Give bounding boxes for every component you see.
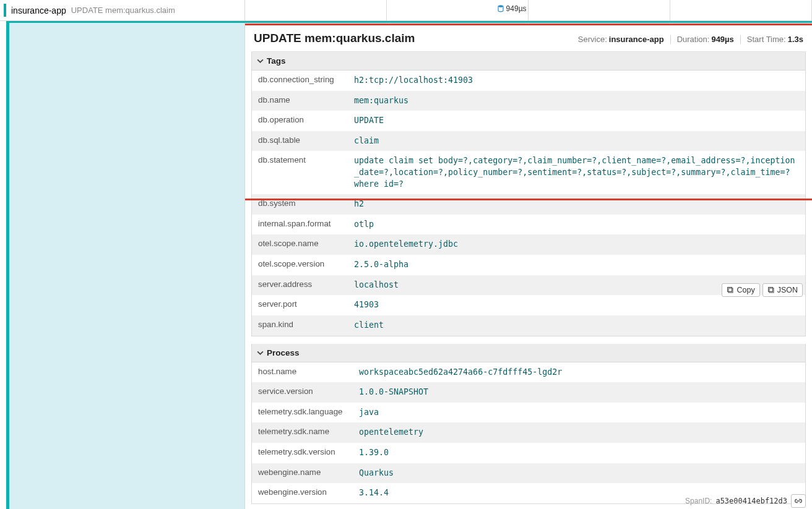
kv-value: workspaceabc5ed62a4274a66-c7fdfff45-lgd2… xyxy=(359,367,799,379)
tags-section-label: Tags xyxy=(267,56,286,66)
service-name: insurance-app xyxy=(11,6,66,15)
span-id-label: SpanID: xyxy=(685,497,712,505)
kv-key: telemetry.sdk.language xyxy=(258,407,359,419)
kv-key: webengine.version xyxy=(258,487,359,499)
copy-icon xyxy=(767,286,775,294)
kv-row[interactable]: telemetry.sdk.languagejava xyxy=(252,403,805,423)
start-time-value: 1.3s xyxy=(788,35,803,44)
kv-row[interactable]: otel.scope.nameio.opentelemetry.jdbc xyxy=(252,234,805,255)
kv-row[interactable]: telemetry.sdk.nameopentelemetry xyxy=(252,422,805,443)
kv-value: io.opentelemetry.jdbc xyxy=(354,239,799,250)
kv-value: 1.0.0-SNAPSHOT xyxy=(359,387,799,398)
copy-button[interactable]: Copy xyxy=(722,283,759,297)
svg-point-0 xyxy=(498,5,503,7)
process-table: host.nameworkspaceabc5ed62a4274a66-c7fdf… xyxy=(251,362,806,504)
kv-value: UPDATE xyxy=(354,115,799,127)
process-section-label: Process xyxy=(267,348,300,357)
kv-key: service.version xyxy=(258,387,359,398)
kv-row[interactable]: internal.span.formatotlp xyxy=(252,215,805,235)
timeline-header: insurance-app UPDATE mem:quarkus.claim 9… xyxy=(0,0,812,21)
duration-value: 949µs xyxy=(711,35,733,44)
kv-key: internal.span.format xyxy=(258,219,354,231)
detail-title: UPDATE mem:quarkus.claim xyxy=(254,32,578,45)
span-summary[interactable]: insurance-app UPDATE mem:quarkus.claim xyxy=(0,0,245,20)
kv-key: server.port xyxy=(258,299,354,311)
kv-row[interactable]: db.systemh2 xyxy=(252,194,805,215)
kv-row[interactable]: host.nameworkspaceabc5ed62a4274a66-c7fdf… xyxy=(252,362,805,383)
kv-value: Quarkus xyxy=(359,468,799,479)
operation-name: UPDATE mem:quarkus.claim xyxy=(71,6,175,15)
kv-value: otlp xyxy=(354,219,799,231)
tags-action-buttons: Copy JSON xyxy=(722,283,803,297)
kv-value: h2:tcp://localhost:41903 xyxy=(354,75,799,87)
kv-row[interactable]: service.version1.0.0-SNAPSHOT xyxy=(252,382,805,403)
service-value: insurance-app xyxy=(609,35,664,44)
kv-value: java xyxy=(359,407,799,419)
kv-value: mem:quarkus xyxy=(354,95,799,107)
kv-value: 41903 xyxy=(354,299,799,311)
chevron-down-icon xyxy=(257,349,264,356)
kv-row[interactable]: db.connection_stringh2:tcp://localhost:4… xyxy=(252,71,805,91)
kv-row[interactable]: db.operationUPDATE xyxy=(252,111,805,131)
kv-key: db.connection_string xyxy=(258,75,354,87)
kv-row[interactable]: telemetry.sdk.version1.39.0 xyxy=(252,443,805,463)
kv-value: h2 xyxy=(354,199,799,210)
kv-value: claim xyxy=(354,135,799,147)
process-section-toggle[interactable]: Process xyxy=(251,344,806,362)
duration-label: Duration: xyxy=(677,35,710,44)
kv-key: otel.scope.name xyxy=(258,239,354,250)
kv-value: update claim set body=?,category=?,claim… xyxy=(354,155,799,190)
span-id-value: a53e00414ebf12d3 xyxy=(715,497,787,505)
trace-tree-area[interactable] xyxy=(9,23,245,509)
copy-icon xyxy=(727,286,734,294)
kv-key: webengine.name xyxy=(258,468,359,479)
kv-key: otel.scope.version xyxy=(258,259,354,271)
kv-row[interactable]: server.port41903 xyxy=(252,295,805,315)
kv-row[interactable]: db.sql.tableclaim xyxy=(252,131,805,152)
duration-chip: 949µs xyxy=(498,4,527,13)
link-icon xyxy=(794,497,803,505)
service-label: Service: xyxy=(578,35,607,44)
kv-row[interactable]: db.statementupdate claim set body=?,cate… xyxy=(252,151,805,194)
kv-row[interactable]: otel.scope.version2.5.0-alpha xyxy=(252,255,805,275)
kv-key: telemetry.sdk.name xyxy=(258,427,359,438)
kv-value: 2.5.0-alpha xyxy=(354,259,799,271)
json-button[interactable]: JSON xyxy=(762,283,803,297)
chevron-down-icon xyxy=(257,58,264,64)
kv-value: 1.39.0 xyxy=(359,447,799,459)
start-time-label: Start Time: xyxy=(747,35,786,44)
kv-value: client xyxy=(354,320,799,331)
span-detail-panel: UPDATE mem:quarkus.claim Service: insura… xyxy=(245,23,812,509)
kv-key: db.sql.table xyxy=(258,135,354,147)
kv-key: host.name xyxy=(258,367,359,379)
kv-row[interactable]: webengine.nameQuarkus xyxy=(252,463,805,484)
tags-section-toggle[interactable]: Tags xyxy=(251,52,806,71)
kv-key: telemetry.sdk.version xyxy=(258,447,359,459)
kv-key: db.system xyxy=(258,199,354,210)
kv-key: db.operation xyxy=(258,115,354,127)
deep-link-button[interactable] xyxy=(791,494,806,508)
span-color-marker xyxy=(4,4,6,17)
kv-key: span.kind xyxy=(258,320,354,331)
kv-key: server.address xyxy=(258,280,354,291)
timeline-track[interactable]: 949µs xyxy=(245,0,812,20)
span-id-footer: SpanID: a53e00414ebf12d3 xyxy=(685,494,806,508)
kv-key: db.name xyxy=(258,95,354,107)
kv-key: db.statement xyxy=(258,155,354,190)
db-icon xyxy=(498,5,504,12)
kv-row[interactable]: db.namemem:quarkus xyxy=(252,91,805,111)
kv-value: opentelemetry xyxy=(359,427,799,438)
detail-header: UPDATE mem:quarkus.claim Service: insura… xyxy=(251,27,806,52)
kv-row[interactable]: span.kindclient xyxy=(252,315,805,336)
